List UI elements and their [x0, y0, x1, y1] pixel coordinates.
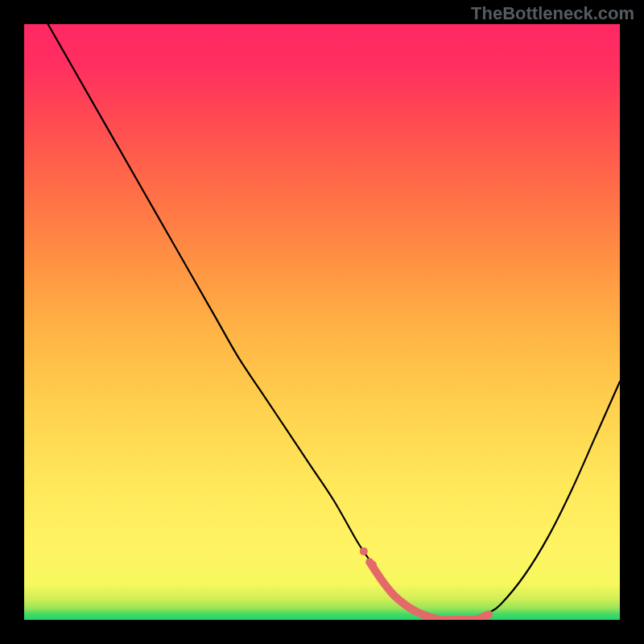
bottleneck-curve	[48, 24, 620, 619]
watermark-text: TheBottleneck.com	[471, 3, 634, 24]
plot-area	[24, 24, 620, 620]
curve-svg	[24, 24, 620, 620]
highlight-dot-2	[369, 561, 377, 569]
chart-frame: TheBottleneck.com	[0, 0, 644, 644]
highlight-segment	[369, 562, 489, 620]
highlight-dot-1	[360, 547, 368, 555]
